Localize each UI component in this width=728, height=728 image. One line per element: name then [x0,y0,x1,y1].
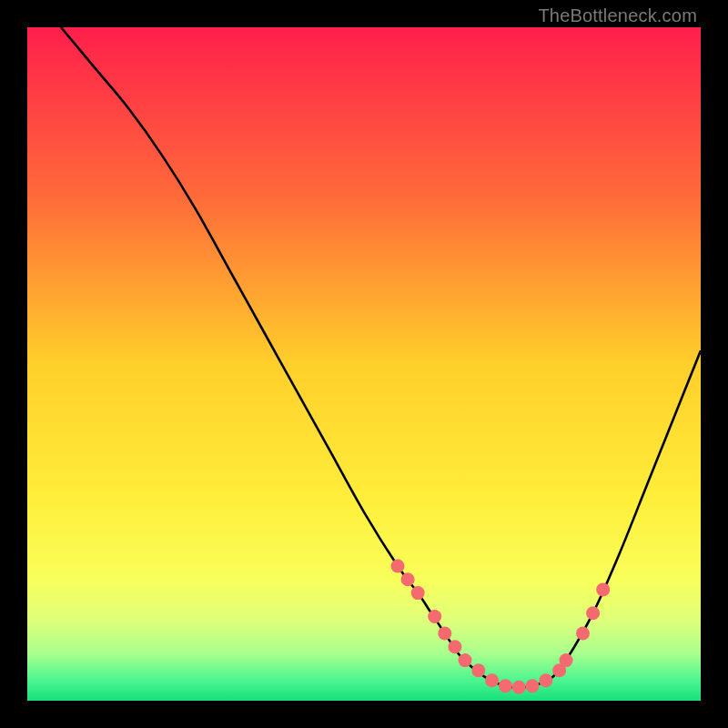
curve-marker [438,627,451,641]
curve-marker [471,663,485,677]
curve-marker [560,653,573,667]
curve-marker [526,679,540,693]
curve-marker [448,640,461,653]
attribution-text: TheBottleneck.com [538,5,697,26]
curve-marker [596,582,610,596]
curve-marker [499,679,512,693]
curve-marker [539,673,552,687]
curve-marker [459,653,472,667]
curve-marker [411,586,425,600]
curve-marker [428,610,441,623]
curve-marker [401,572,415,586]
bottleneck-chart [27,27,701,701]
curve-marker [512,681,526,694]
curve-marker [391,560,405,573]
curve-marker [576,627,590,641]
curve-marker [586,606,600,620]
chart-frame [27,27,701,701]
curve-marker [485,673,499,687]
